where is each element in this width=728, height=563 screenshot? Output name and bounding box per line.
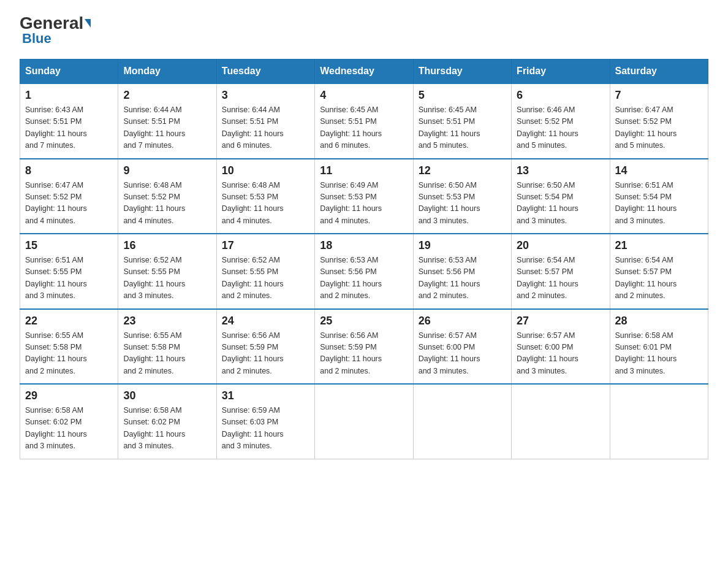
calendar-cell: 29 Sunrise: 6:58 AM Sunset: 6:02 PM Dayl…: [20, 384, 118, 459]
day-number: 12: [419, 164, 506, 177]
day-info: Sunrise: 6:57 AM Sunset: 6:00 PM Dayligh…: [419, 330, 506, 378]
day-info: Sunrise: 6:52 AM Sunset: 5:55 PM Dayligh…: [123, 255, 211, 302]
calendar-cell: 23 Sunrise: 6:55 AM Sunset: 5:58 PM Dayl…: [118, 309, 216, 385]
calendar-cell: 9 Sunrise: 6:48 AM Sunset: 5:52 PM Dayli…: [118, 159, 216, 234]
day-number: 31: [222, 389, 309, 402]
calendar-cell: 25 Sunrise: 6:56 AM Sunset: 5:59 PM Dayl…: [315, 309, 413, 385]
day-number: 14: [615, 164, 703, 177]
day-number: 27: [517, 315, 604, 327]
day-number: 19: [419, 239, 506, 252]
day-number: 9: [123, 164, 211, 177]
day-info: Sunrise: 6:44 AM Sunset: 5:51 PM Dayligh…: [123, 104, 211, 152]
day-info: Sunrise: 6:47 AM Sunset: 5:52 PM Dayligh…: [25, 180, 113, 228]
day-number: 13: [517, 164, 604, 177]
column-header-saturday: Saturday: [610, 59, 708, 84]
logo-blue: Blue: [22, 31, 51, 47]
day-info: Sunrise: 6:48 AM Sunset: 5:52 PM Dayligh…: [123, 180, 211, 228]
calendar-cell: 31 Sunrise: 6:59 AM Sunset: 6:03 PM Dayl…: [216, 384, 314, 459]
calendar-cell: 27 Sunrise: 6:57 AM Sunset: 6:00 PM Dayl…: [512, 309, 610, 385]
column-header-friday: Friday: [512, 59, 610, 84]
column-header-wednesday: Wednesday: [315, 59, 413, 84]
calendar-cell: [610, 384, 708, 459]
day-number: 4: [320, 89, 408, 102]
day-info: Sunrise: 6:55 AM Sunset: 5:58 PM Dayligh…: [25, 330, 113, 378]
calendar-cell: 19 Sunrise: 6:53 AM Sunset: 5:56 PM Dayl…: [413, 234, 511, 309]
day-info: Sunrise: 6:58 AM Sunset: 6:02 PM Dayligh…: [123, 405, 211, 453]
day-info: Sunrise: 6:52 AM Sunset: 5:55 PM Dayligh…: [222, 255, 309, 302]
column-header-thursday: Thursday: [413, 59, 511, 84]
day-number: 11: [320, 164, 408, 177]
calendar-cell: 11 Sunrise: 6:49 AM Sunset: 5:53 PM Dayl…: [315, 159, 413, 234]
day-number: 17: [222, 239, 309, 252]
day-number: 21: [615, 239, 703, 252]
day-number: 6: [517, 89, 604, 102]
day-info: Sunrise: 6:56 AM Sunset: 5:59 PM Dayligh…: [222, 330, 309, 378]
day-info: Sunrise: 6:59 AM Sunset: 6:03 PM Dayligh…: [222, 405, 309, 453]
day-info: Sunrise: 6:46 AM Sunset: 5:52 PM Dayligh…: [517, 104, 604, 152]
calendar-cell: 10 Sunrise: 6:48 AM Sunset: 5:53 PM Dayl…: [216, 159, 314, 234]
calendar-cell: 14 Sunrise: 6:51 AM Sunset: 5:54 PM Dayl…: [610, 159, 708, 234]
day-number: 2: [123, 89, 211, 102]
calendar-cell: 1 Sunrise: 6:43 AM Sunset: 5:51 PM Dayli…: [20, 83, 118, 159]
logo-general: General: [20, 15, 91, 32]
calendar-cell: 26 Sunrise: 6:57 AM Sunset: 6:00 PM Dayl…: [413, 309, 511, 385]
day-info: Sunrise: 6:43 AM Sunset: 5:51 PM Dayligh…: [25, 104, 113, 152]
day-info: Sunrise: 6:50 AM Sunset: 5:53 PM Dayligh…: [419, 180, 506, 228]
day-number: 20: [517, 239, 604, 252]
day-number: 3: [222, 89, 309, 102]
calendar-cell: 30 Sunrise: 6:58 AM Sunset: 6:02 PM Dayl…: [118, 384, 216, 459]
calendar-week-row: 8 Sunrise: 6:47 AM Sunset: 5:52 PM Dayli…: [20, 159, 708, 234]
day-info: Sunrise: 6:53 AM Sunset: 5:56 PM Dayligh…: [320, 255, 408, 302]
day-number: 22: [25, 315, 113, 327]
day-number: 16: [123, 239, 211, 252]
day-number: 5: [419, 89, 506, 102]
column-header-sunday: Sunday: [20, 59, 118, 84]
day-number: 10: [222, 164, 309, 177]
calendar-week-row: 29 Sunrise: 6:58 AM Sunset: 6:02 PM Dayl…: [20, 384, 708, 459]
day-info: Sunrise: 6:55 AM Sunset: 5:58 PM Dayligh…: [123, 330, 211, 378]
day-number: 7: [615, 89, 703, 102]
day-number: 30: [123, 389, 211, 402]
day-number: 26: [419, 315, 506, 327]
day-info: Sunrise: 6:44 AM Sunset: 5:51 PM Dayligh…: [222, 104, 309, 152]
calendar-cell: 28 Sunrise: 6:58 AM Sunset: 6:01 PM Dayl…: [610, 309, 708, 385]
calendar-cell: 12 Sunrise: 6:50 AM Sunset: 5:53 PM Dayl…: [413, 159, 511, 234]
calendar-cell: [413, 384, 511, 459]
day-info: Sunrise: 6:57 AM Sunset: 6:00 PM Dayligh…: [517, 330, 604, 378]
calendar-cell: 16 Sunrise: 6:52 AM Sunset: 5:55 PM Dayl…: [118, 234, 216, 309]
calendar-week-row: 1 Sunrise: 6:43 AM Sunset: 5:51 PM Dayli…: [20, 83, 708, 159]
calendar-cell: 4 Sunrise: 6:45 AM Sunset: 5:51 PM Dayli…: [315, 83, 413, 159]
calendar-cell: 22 Sunrise: 6:55 AM Sunset: 5:58 PM Dayl…: [20, 309, 118, 385]
logo: General Blue: [20, 15, 91, 47]
day-number: 28: [615, 315, 703, 327]
day-info: Sunrise: 6:51 AM Sunset: 5:54 PM Dayligh…: [615, 180, 703, 228]
calendar-week-row: 15 Sunrise: 6:51 AM Sunset: 5:55 PM Dayl…: [20, 234, 708, 309]
calendar-cell: 5 Sunrise: 6:45 AM Sunset: 5:51 PM Dayli…: [413, 83, 511, 159]
day-number: 15: [25, 239, 113, 252]
day-info: Sunrise: 6:45 AM Sunset: 5:51 PM Dayligh…: [320, 104, 408, 152]
calendar-header-row: SundayMondayTuesdayWednesdayThursdayFrid…: [20, 59, 708, 84]
day-info: Sunrise: 6:54 AM Sunset: 5:57 PM Dayligh…: [517, 255, 604, 302]
calendar-cell: 7 Sunrise: 6:47 AM Sunset: 5:52 PM Dayli…: [610, 83, 708, 159]
day-info: Sunrise: 6:51 AM Sunset: 5:55 PM Dayligh…: [25, 255, 113, 302]
column-header-tuesday: Tuesday: [216, 59, 314, 84]
calendar-cell: 8 Sunrise: 6:47 AM Sunset: 5:52 PM Dayli…: [20, 159, 118, 234]
calendar-table: SundayMondayTuesdayWednesdayThursdayFrid…: [20, 59, 708, 459]
day-number: 23: [123, 315, 211, 327]
calendar-cell: 13 Sunrise: 6:50 AM Sunset: 5:54 PM Dayl…: [512, 159, 610, 234]
calendar-cell: [512, 384, 610, 459]
day-number: 18: [320, 239, 408, 252]
day-number: 24: [222, 315, 309, 327]
calendar-cell: 18 Sunrise: 6:53 AM Sunset: 5:56 PM Dayl…: [315, 234, 413, 309]
calendar-cell: 24 Sunrise: 6:56 AM Sunset: 5:59 PM Dayl…: [216, 309, 314, 385]
calendar-cell: [315, 384, 413, 459]
day-info: Sunrise: 6:53 AM Sunset: 5:56 PM Dayligh…: [419, 255, 506, 302]
page-header: General Blue: [20, 15, 708, 47]
day-info: Sunrise: 6:50 AM Sunset: 5:54 PM Dayligh…: [517, 180, 604, 228]
calendar-cell: 17 Sunrise: 6:52 AM Sunset: 5:55 PM Dayl…: [216, 234, 314, 309]
calendar-cell: 2 Sunrise: 6:44 AM Sunset: 5:51 PM Dayli…: [118, 83, 216, 159]
calendar-cell: 21 Sunrise: 6:54 AM Sunset: 5:57 PM Dayl…: [610, 234, 708, 309]
day-info: Sunrise: 6:56 AM Sunset: 5:59 PM Dayligh…: [320, 330, 408, 378]
day-info: Sunrise: 6:49 AM Sunset: 5:53 PM Dayligh…: [320, 180, 408, 228]
calendar-cell: 3 Sunrise: 6:44 AM Sunset: 5:51 PM Dayli…: [216, 83, 314, 159]
